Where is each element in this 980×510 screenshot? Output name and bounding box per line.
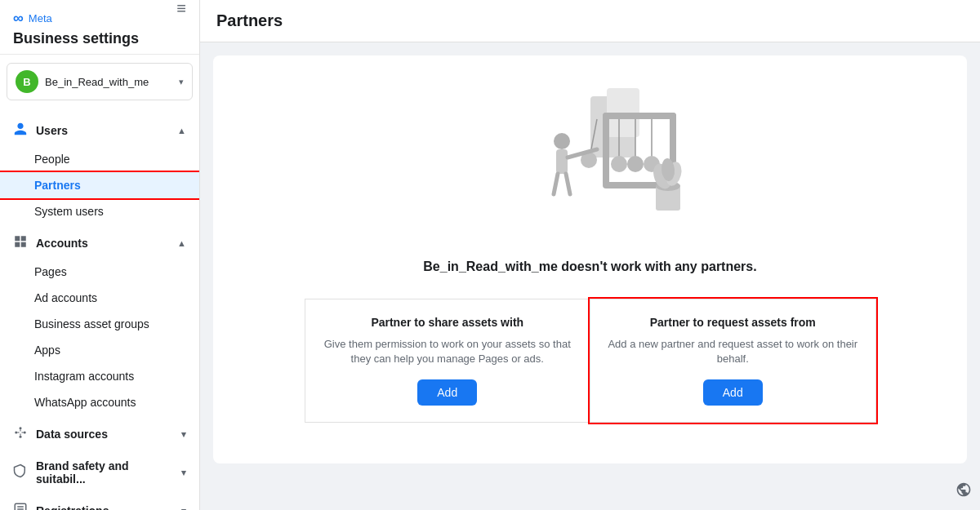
partner-options-container: Partner to share assets with Give them p… bbox=[305, 299, 876, 423]
partners-card: Be_in_Read_with_me doesn't work with any… bbox=[213, 55, 967, 463]
nav-section-brand-safety: Brand safety and suitabil... ▾ bbox=[0, 453, 199, 492]
nav-section-registrations: Registrations ▾ bbox=[0, 495, 199, 510]
brand-safety-icon bbox=[13, 463, 28, 481]
sidebar-nav: Users ▲ People Partners System users Acc… bbox=[0, 109, 199, 510]
sidebar-item-partners[interactable]: Partners bbox=[0, 172, 199, 198]
partner-share-panel: Partner to share assets with Give them p… bbox=[305, 299, 590, 423]
svg-point-22 bbox=[627, 156, 644, 172]
nav-section-accounts-label: Accounts bbox=[36, 237, 88, 250]
svg-point-21 bbox=[611, 156, 627, 172]
nav-section-accounts: Accounts ▲ Pages Ad accounts Business as… bbox=[0, 228, 199, 415]
partner-share-add-button[interactable]: Add bbox=[417, 379, 477, 406]
sidebar-header: ∞ Meta ≡ Business settings bbox=[0, 0, 199, 55]
nav-section-registrations-label: Registrations bbox=[36, 504, 109, 510]
globe-icon-container bbox=[956, 481, 972, 502]
chevron-up-accounts-icon: ▲ bbox=[177, 238, 186, 248]
sidebar-item-apps[interactable]: Apps bbox=[0, 337, 199, 363]
chevron-down-reg-icon: ▾ bbox=[181, 506, 186, 511]
partner-share-title: Partner to share assets with bbox=[322, 316, 574, 329]
main-header: Partners bbox=[200, 0, 980, 42]
users-icon bbox=[13, 122, 28, 140]
empty-state-title: Be_in_Read_with_me doesn't work with any… bbox=[229, 259, 951, 274]
partner-request-description: Add a new partner and request asset to w… bbox=[607, 337, 859, 366]
sidebar: ∞ Meta ≡ Business settings B Be_in_Read_… bbox=[0, 0, 200, 510]
nav-section-data-sources-label: Data sources bbox=[36, 428, 108, 441]
main-content: Partners bbox=[200, 0, 980, 510]
sidebar-item-pages[interactable]: Pages bbox=[0, 259, 199, 285]
chevron-down-data-icon: ▾ bbox=[181, 429, 186, 440]
nav-section-users-label: Users bbox=[36, 124, 68, 137]
sidebar-item-instagram-accounts[interactable]: Instagram accounts bbox=[0, 363, 199, 389]
nav-section-users: Users ▲ People Partners System users bbox=[0, 115, 199, 224]
chevron-down-icon: ▾ bbox=[179, 77, 184, 87]
sidebar-item-people[interactable]: People bbox=[0, 146, 199, 172]
meta-infinity-icon: ∞ bbox=[13, 10, 24, 27]
sidebar-item-whatsapp-accounts[interactable]: WhatsApp accounts bbox=[0, 389, 199, 415]
nav-section-brand-safety-label: Brand safety and suitabil... bbox=[36, 459, 181, 486]
account-selector[interactable]: B Be_in_Read_with_me ▾ bbox=[7, 63, 193, 100]
svg-line-30 bbox=[566, 174, 570, 194]
partner-request-add-button[interactable]: Add bbox=[703, 379, 763, 406]
chevron-down-brand-icon: ▾ bbox=[181, 468, 186, 478]
meta-logo-text: Meta bbox=[29, 12, 52, 24]
avatar: B bbox=[16, 70, 38, 93]
sidebar-item-system-users[interactable]: System users bbox=[0, 198, 199, 224]
partners-illustration bbox=[476, 80, 705, 243]
sidebar-item-business-asset-groups[interactable]: Business asset groups bbox=[0, 311, 199, 337]
nav-section-users-header[interactable]: Users ▲ bbox=[0, 115, 199, 146]
nav-section-brand-safety-header[interactable]: Brand safety and suitabil... ▾ bbox=[0, 453, 199, 492]
nav-section-data-sources-header[interactable]: Data sources ▾ bbox=[0, 419, 199, 450]
meta-logo: ∞ Meta ≡ bbox=[13, 10, 186, 27]
svg-point-1 bbox=[20, 427, 22, 429]
accounts-icon bbox=[13, 234, 28, 252]
svg-point-0 bbox=[15, 432, 17, 434]
svg-point-26 bbox=[554, 133, 570, 149]
svg-point-2 bbox=[20, 436, 22, 438]
svg-rect-14 bbox=[603, 113, 676, 119]
page-title: Partners bbox=[216, 11, 964, 30]
nav-section-accounts-header[interactable]: Accounts ▲ bbox=[0, 228, 199, 259]
hamburger-icon[interactable]: ≡ bbox=[176, 0, 186, 18]
svg-rect-27 bbox=[556, 149, 568, 174]
nav-section-registrations-header[interactable]: Registrations ▾ bbox=[0, 495, 199, 510]
main-body: Be_in_Read_with_me doesn't work with any… bbox=[200, 42, 980, 510]
business-settings-title: Business settings bbox=[13, 30, 186, 47]
data-sources-icon bbox=[13, 425, 28, 443]
partner-request-title: Partner to request assets from bbox=[607, 316, 859, 329]
globe-icon[interactable] bbox=[956, 485, 972, 501]
svg-point-3 bbox=[24, 432, 26, 434]
partner-request-panel: Partner to request assets from Add a new… bbox=[590, 299, 876, 423]
chevron-up-icon: ▲ bbox=[177, 126, 186, 135]
nav-section-data-sources: Data sources ▾ bbox=[0, 419, 199, 450]
partner-share-description: Give them permission to work on your ass… bbox=[322, 337, 574, 366]
sidebar-item-ad-accounts[interactable]: Ad accounts bbox=[0, 285, 199, 311]
svg-rect-15 bbox=[603, 113, 609, 186]
svg-line-29 bbox=[554, 174, 558, 194]
registrations-icon bbox=[13, 502, 28, 510]
account-name: Be_in_Read_with_me bbox=[45, 76, 172, 88]
